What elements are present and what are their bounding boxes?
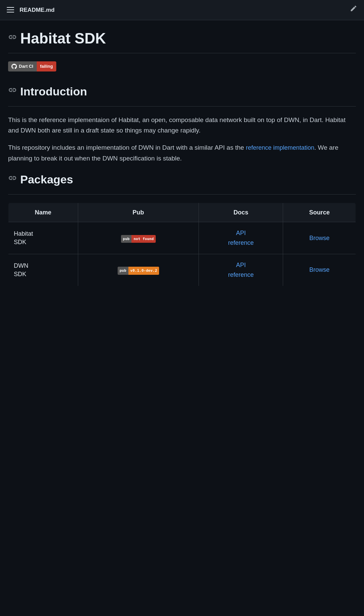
row1-docs: APIreference bbox=[199, 222, 283, 254]
packages-title: Packages bbox=[20, 170, 73, 188]
row1-source: Browse bbox=[283, 222, 356, 254]
col-header-source: Source bbox=[283, 203, 356, 222]
packages-link-icon bbox=[8, 174, 17, 185]
introduction-divider bbox=[8, 106, 356, 107]
col-header-name: Name bbox=[8, 203, 78, 222]
introduction-paragraph-2: This repository includes an implementati… bbox=[8, 142, 356, 164]
table-header-row: Name Pub Docs Source bbox=[8, 203, 356, 222]
row2-source: Browse bbox=[283, 254, 356, 286]
pub-badge-value-dwn: v0.1.0-dev.2 bbox=[128, 267, 159, 275]
row2-docs: APIreference bbox=[199, 254, 283, 286]
introduction-heading-row: Introduction bbox=[8, 82, 356, 100]
dwn-source-link[interactable]: Browse bbox=[309, 266, 330, 273]
table-row: HabitatSDK pub not found APIreference Br… bbox=[8, 222, 356, 254]
pub-badge-label-habitat: pub bbox=[121, 235, 132, 243]
github-icon bbox=[11, 64, 17, 69]
introduction-paragraph-1: This is the reference implementaion of H… bbox=[8, 115, 356, 136]
page-title: Habitat SDK bbox=[20, 30, 106, 48]
packages-heading-row: Packages bbox=[8, 170, 356, 188]
pub-badge-habitat: pub not found bbox=[121, 235, 156, 243]
pub-badge-dwn: pub v0.1.0-dev.2 bbox=[118, 267, 159, 275]
reference-implementation-link[interactable]: reference implementation bbox=[246, 144, 314, 151]
row2-pub: pub v0.1.0-dev.2 bbox=[78, 254, 199, 286]
habitat-docs-link[interactable]: APIreference bbox=[228, 230, 254, 246]
title-link-icon bbox=[8, 33, 17, 45]
badge-github-label: Dart CI bbox=[19, 63, 33, 70]
top-bar-left: README.md bbox=[7, 5, 55, 14]
packages-table: Name Pub Docs Source HabitatSDK pub not … bbox=[8, 203, 356, 286]
col-header-docs: Docs bbox=[199, 203, 283, 222]
main-content: Habitat SDK Dart CI failing Introduction… bbox=[0, 20, 364, 300]
introduction-link-icon bbox=[8, 86, 17, 97]
packages-divider bbox=[8, 194, 356, 195]
pub-badge-label-dwn: pub bbox=[118, 267, 128, 275]
table-row: DWNSDK pub v0.1.0-dev.2 APIreference Bro… bbox=[8, 254, 356, 286]
row2-name: DWNSDK bbox=[8, 254, 78, 286]
top-bar: README.md bbox=[0, 0, 364, 20]
row1-pub: pub not found bbox=[78, 222, 199, 254]
hamburger-menu-button[interactable] bbox=[7, 7, 14, 12]
github-badge: Dart CI bbox=[8, 61, 37, 72]
dwn-docs-link[interactable]: APIreference bbox=[228, 262, 254, 278]
ci-badge-row: Dart CI failing bbox=[8, 61, 356, 72]
col-header-pub: Pub bbox=[78, 203, 199, 222]
row1-name: HabitatSDK bbox=[8, 222, 78, 254]
badge-status: failing bbox=[37, 61, 56, 72]
pub-badge-value-habitat: not found bbox=[131, 235, 156, 243]
packages-table-body: HabitatSDK pub not found APIreference Br… bbox=[8, 222, 356, 286]
habitat-source-link[interactable]: Browse bbox=[309, 235, 330, 241]
edit-button[interactable] bbox=[350, 5, 357, 15]
title-divider bbox=[8, 53, 356, 53]
top-bar-title: README.md bbox=[20, 5, 55, 14]
page-title-heading: Habitat SDK bbox=[8, 30, 356, 48]
introduction-title: Introduction bbox=[20, 82, 87, 100]
packages-section: Packages Name Pub Docs Source HabitatSDK bbox=[8, 170, 356, 286]
packages-table-header: Name Pub Docs Source bbox=[8, 203, 356, 222]
